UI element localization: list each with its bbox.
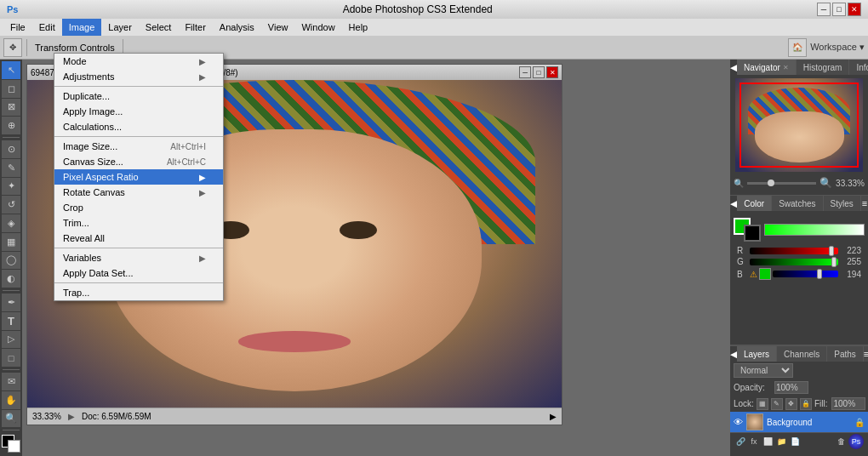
hand-tool[interactable]: ✋ — [2, 391, 20, 409]
menu-item-rotate-canvas[interactable]: Rotate Canvas ▶ — [54, 185, 223, 200]
selection-tool[interactable]: ↖ — [2, 61, 20, 79]
menu-item-trap[interactable]: Trap... — [54, 285, 223, 300]
crop-tool[interactable]: ⊠ — [2, 99, 20, 117]
new-group-btn[interactable]: 📁 — [774, 435, 788, 448]
lasso-tool[interactable]: ◻ — [2, 80, 20, 98]
tab-styles[interactable]: Styles — [824, 196, 861, 211]
tab-paths[interactable]: Paths — [827, 346, 864, 362]
menu-image[interactable]: Image — [62, 19, 102, 36]
notes-tool[interactable]: ✉ — [2, 373, 20, 390]
minimize-button[interactable]: ─ — [817, 3, 831, 16]
lock-transparent-btn[interactable]: ▦ — [757, 398, 768, 410]
zoom-tool[interactable]: 🔍 — [2, 410, 20, 428]
menu-item-image-size[interactable]: Image Size... Alt+Ctrl+I — [54, 139, 223, 154]
menu-select[interactable]: Select — [139, 19, 179, 36]
clone-stamp-tool[interactable]: ✦ — [2, 178, 20, 196]
menu-filter[interactable]: Filter — [178, 19, 212, 36]
menu-layer[interactable]: Layer — [101, 19, 139, 36]
menu-item-apply-image[interactable]: Apply Image... — [54, 104, 223, 119]
move-tool-btn[interactable]: ✥ — [3, 38, 22, 57]
tab-layers[interactable]: Layers — [737, 346, 777, 362]
tab-swatches[interactable]: Swatches — [772, 196, 823, 211]
workspace-label[interactable]: Workspace ▾ — [810, 42, 865, 53]
color-menu-btn[interactable]: ≡ — [861, 196, 868, 211]
layers-bottom-bar: 🔗 fx ⬜ 📁 📄 🗑 Ps — [730, 432, 868, 450]
menu-item-crop[interactable]: Crop — [54, 200, 223, 215]
blend-mode-select[interactable]: Normal — [734, 363, 793, 378]
healing-brush-tool[interactable]: ⊙ — [2, 140, 20, 158]
menu-item-duplicate[interactable]: Duplicate... — [54, 88, 223, 104]
menu-item-mode[interactable]: Mode ▶ — [54, 54, 223, 69]
navigator-preview[interactable] — [735, 78, 863, 172]
doc-maximize-btn[interactable]: □ — [533, 66, 545, 78]
layer-visibility-icon[interactable]: 👁 — [734, 417, 743, 427]
layers-collapse-btn[interactable]: ◀ — [730, 346, 737, 362]
add-mask-btn[interactable]: ⬜ — [761, 435, 774, 448]
menu-window[interactable]: Window — [294, 19, 341, 36]
path-selection-tool[interactable]: ▷ — [2, 331, 20, 349]
dodge-tool[interactable]: ◐ — [2, 270, 20, 288]
menu-analysis[interactable]: Analysis — [213, 19, 261, 36]
fg-bg-swatch[interactable] — [734, 218, 761, 242]
brush-tool[interactable]: ✎ — [2, 159, 20, 177]
tab-channels[interactable]: Channels — [777, 346, 827, 362]
color-gradient-preview — [764, 224, 865, 236]
gradient-tool[interactable]: ▦ — [2, 233, 20, 251]
b-color-swatch[interactable] — [759, 268, 771, 280]
fill-input[interactable] — [831, 397, 865, 410]
pen-tool[interactable]: ✒ — [2, 294, 20, 311]
menu-help[interactable]: Help — [342, 19, 375, 36]
b-slider[interactable] — [773, 271, 838, 277]
lock-position-btn[interactable]: ✥ — [785, 398, 797, 410]
opacity-input[interactable] — [774, 381, 808, 394]
r-slider[interactable] — [750, 248, 838, 254]
doc-minimize-btn[interactable]: ─ — [519, 66, 531, 78]
background-swatch[interactable] — [744, 225, 761, 242]
menu-item-trim[interactable]: Trim... — [54, 215, 223, 231]
delete-layer-btn[interactable]: 🗑 — [834, 435, 848, 448]
add-layer-style-btn[interactable]: fx — [747, 435, 761, 448]
menu-view[interactable]: View — [261, 19, 295, 36]
menu-file[interactable]: File — [3, 19, 32, 36]
menu-item-canvas-size[interactable]: Canvas Size... Alt+Ctrl+C — [54, 154, 223, 169]
color-collapse-btn[interactable]: ◀ — [730, 196, 737, 211]
layer-row-background[interactable]: 👁 Background 🔒 — [730, 412, 868, 432]
close-button[interactable]: ✕ — [848, 3, 861, 16]
menu-item-pixel-aspect-ratio[interactable]: Pixel Aspect Ratio ▶ — [54, 169, 223, 185]
menu-item-apply-data-set[interactable]: Apply Data Set... — [54, 265, 223, 281]
menu-item-reveal-all[interactable]: Reveal All — [54, 231, 223, 246]
lock-image-btn[interactable]: ✎ — [771, 398, 783, 410]
tab-color[interactable]: Color — [737, 196, 772, 211]
canvas-size-label: Canvas Size... — [63, 157, 123, 167]
workspace-icon[interactable]: 🏠 — [788, 38, 807, 57]
doc-close-btn[interactable]: ✕ — [546, 66, 558, 78]
image-dropdown-menu: Mode ▶ Adjustments ▶ Duplicate... Apply … — [54, 53, 224, 301]
maximize-button[interactable]: □ — [832, 3, 846, 16]
foreground-background-colors[interactable] — [2, 435, 20, 453]
zoom-in-icon[interactable]: 🔍 — [819, 177, 832, 189]
lock-all-btn[interactable]: 🔒 — [800, 398, 812, 410]
blur-tool[interactable]: ◯ — [2, 252, 20, 270]
zoom-out-icon[interactable]: 🔍 — [734, 179, 744, 188]
eraser-tool[interactable]: ◈ — [2, 214, 20, 232]
menu-edit[interactable]: Edit — [32, 19, 62, 36]
tab-navigator[interactable]: Navigator✕ — [737, 60, 797, 75]
menu-item-calculations[interactable]: Calculations... — [54, 119, 223, 134]
tab-histogram[interactable]: Histogram — [797, 60, 850, 75]
document-statusbar: 33.33% ▶ Doc: 6.59M/6.59M ▶ — [27, 408, 562, 425]
zoom-slider[interactable] — [747, 182, 816, 185]
g-slider[interactable] — [750, 259, 838, 265]
menu-item-adjustments[interactable]: Adjustments ▶ — [54, 69, 223, 84]
eyedropper-tool[interactable]: ⊕ — [2, 117, 20, 134]
text-tool[interactable]: T — [2, 312, 20, 330]
layers-menu-btn[interactable]: ≡ — [864, 346, 868, 362]
history-brush-tool[interactable]: ↺ — [2, 196, 20, 214]
document-controls[interactable]: ─ □ ✕ — [519, 66, 558, 78]
shape-tool[interactable]: □ — [2, 349, 20, 367]
tab-info[interactable]: Info — [849, 60, 868, 75]
title-bar-controls[interactable]: ─ □ ✕ — [817, 3, 861, 16]
nav-collapse-btn[interactable]: ◀ — [730, 60, 737, 75]
menu-item-variables[interactable]: Variables ▶ — [54, 250, 223, 265]
link-layers-btn[interactable]: 🔗 — [734, 435, 747, 448]
new-layer-btn[interactable]: 📄 — [788, 435, 802, 448]
